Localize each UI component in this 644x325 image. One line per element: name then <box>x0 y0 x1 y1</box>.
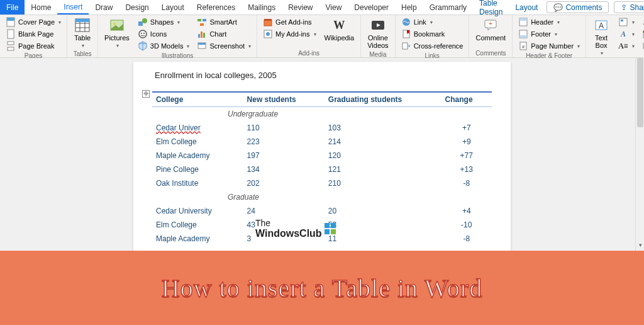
page-number-button[interactable]: #Page Number <box>516 40 582 52</box>
table-row[interactable]: Maple Academy197120+77 <box>152 149 492 162</box>
table-cell[interactable]: 24 <box>243 204 325 218</box>
quick-parts-button[interactable] <box>616 16 636 28</box>
table-move-handle-icon[interactable]: ✥ <box>142 90 150 98</box>
table-cell[interactable]: 120 <box>325 149 441 162</box>
blank-page-button[interactable]: Blank Page <box>4 28 63 40</box>
table-cell[interactable]: 110 <box>243 121 325 135</box>
shapes-button[interactable]: Shapes <box>136 16 192 28</box>
table-cell[interactable]: +77 <box>441 149 492 162</box>
vertical-scrollbar[interactable]: ▴ ▾ <box>635 58 644 251</box>
data-table[interactable]: College New students Graduating students… <box>152 91 492 246</box>
group-pages: Cover Page Blank Page Page Break Pages <box>0 15 67 57</box>
wordart-button[interactable]: A <box>616 28 636 40</box>
table-cell[interactable]: -8 <box>441 232 492 246</box>
tab-insert[interactable]: Insert <box>57 0 89 14</box>
tab-file[interactable]: File <box>0 0 25 14</box>
icons-button[interactable]: Icons <box>136 28 192 40</box>
table-cell[interactable]: 103 <box>325 121 441 135</box>
table-cell[interactable]: Cedar University <box>152 204 243 218</box>
tab-view[interactable]: View <box>319 0 348 14</box>
table-cell[interactable]: 3 <box>243 232 325 246</box>
cover-page-button[interactable]: Cover Page <box>4 16 63 28</box>
tab-developer[interactable]: Developer <box>348 0 395 14</box>
table-cell[interactable]: +9 <box>441 135 492 149</box>
tab-help[interactable]: Help <box>395 0 423 14</box>
table-cell[interactable]: -10 <box>441 218 492 232</box>
bookmark-button[interactable]: Bookmark <box>399 28 465 40</box>
table-cell[interactable]: 202 <box>243 176 325 190</box>
svg-rect-3 <box>8 42 14 45</box>
table-cell[interactable]: 134 <box>243 162 325 176</box>
tab-table-design[interactable]: Table Design <box>473 0 509 14</box>
tab-draw[interactable]: Draw <box>89 0 119 14</box>
text-box-button[interactable]: AText Box <box>590 16 613 57</box>
svg-point-32 <box>266 32 270 36</box>
table-cell[interactable]: 11 <box>325 232 441 246</box>
table-row[interactable]: Oak Institute202210-8 <box>152 176 492 190</box>
svg-rect-42 <box>519 18 527 21</box>
table-cell[interactable]: Pine College <box>152 162 243 176</box>
tab-grammarly[interactable]: Grammarly <box>423 0 473 14</box>
table-row[interactable]: Elm College223214+9 <box>152 135 492 149</box>
tab-home[interactable]: Home <box>25 0 57 14</box>
table-cell[interactable]: 214 <box>325 135 441 149</box>
tab-review[interactable]: Review <box>282 0 319 14</box>
table-cell[interactable]: +7 <box>441 121 492 135</box>
table-cell[interactable]: 197 <box>243 149 325 162</box>
comments-button[interactable]: 💬Comments <box>547 1 609 13</box>
table-cell[interactable]: 53 <box>325 218 441 232</box>
table-row[interactable]: Cedar University2420+4 <box>152 204 492 218</box>
scroll-down-icon[interactable]: ▾ <box>636 242 644 251</box>
link-button[interactable]: Link <box>399 16 465 28</box>
table-cell[interactable]: Elm College <box>152 218 243 232</box>
my-addins-button[interactable]: My Add-ins <box>261 28 318 40</box>
tab-ctx-layout[interactable]: Layout <box>509 0 544 14</box>
svg-point-16 <box>141 33 142 34</box>
tab-design[interactable]: Design <box>119 0 155 14</box>
table-cell[interactable]: Oak Institute <box>152 176 243 190</box>
comment-button[interactable]: +Comment <box>473 16 508 43</box>
table-cell[interactable]: +4 <box>441 204 492 218</box>
icons-icon <box>138 29 148 39</box>
table-cell[interactable]: +13 <box>441 162 492 176</box>
drop-cap-button[interactable]: A≡ <box>616 40 636 52</box>
smartart-button[interactable]: SmartArt <box>195 16 253 28</box>
table-cell[interactable]: Cedar Univer <box>152 121 243 135</box>
signature-line-button[interactable] <box>640 16 644 28</box>
wikipedia-button[interactable]: WWikipedia <box>322 16 357 43</box>
group-comments: +Comment Comments <box>469 15 513 57</box>
table-cell[interactable]: Maple Academy <box>152 232 243 246</box>
scroll-thumb[interactable] <box>637 58 643 127</box>
footer-button[interactable]: Footer <box>516 28 582 40</box>
document-page[interactable]: Enrollment in local colleges, 2005 ✥ Col… <box>133 62 511 251</box>
online-videos-button[interactable]: Online Videos <box>365 16 391 50</box>
tab-references[interactable]: References <box>191 0 242 14</box>
tab-layout[interactable]: Layout <box>155 0 191 14</box>
date-time-button[interactable] <box>640 28 644 40</box>
table-cell[interactable]: 210 <box>325 176 441 190</box>
table-button[interactable]: Table <box>71 16 94 50</box>
header-button[interactable]: Header <box>516 16 582 28</box>
table-row[interactable]: Maple Academy311-8 <box>152 232 492 246</box>
get-addins-button[interactable]: Get Add-ins <box>261 16 318 28</box>
table-cell[interactable]: 121 <box>325 162 441 176</box>
pictures-button[interactable]: Pictures <box>102 16 132 50</box>
table-row[interactable]: Pine College134121+13 <box>152 162 492 176</box>
cross-reference-button[interactable]: Cross-reference <box>399 40 465 52</box>
table-cell[interactable]: -8 <box>441 176 492 190</box>
object-button[interactable] <box>640 40 644 52</box>
table-cell[interactable]: 20 <box>325 204 441 218</box>
table-cell[interactable]: 223 <box>243 135 325 149</box>
table-cell[interactable]: Elm College <box>152 135 243 149</box>
tab-mailings[interactable]: Mailings <box>242 0 282 14</box>
3d-models-button[interactable]: 3D Models <box>136 40 192 52</box>
table-row[interactable]: Elm College4353-10 <box>152 218 492 232</box>
title-banner: How to insert a Table in Word <box>0 251 644 325</box>
page-break-button[interactable]: Page Break <box>4 40 63 52</box>
table-row[interactable]: Cedar Univer110103+7 <box>152 121 492 135</box>
table-cell[interactable]: Maple Academy <box>152 149 243 162</box>
screenshot-button[interactable]: Screenshot <box>195 40 253 52</box>
share-button[interactable]: ⇪Share▾ <box>614 1 644 13</box>
table-cell[interactable]: 43 <box>243 218 325 232</box>
chart-button[interactable]: Chart <box>195 28 253 40</box>
